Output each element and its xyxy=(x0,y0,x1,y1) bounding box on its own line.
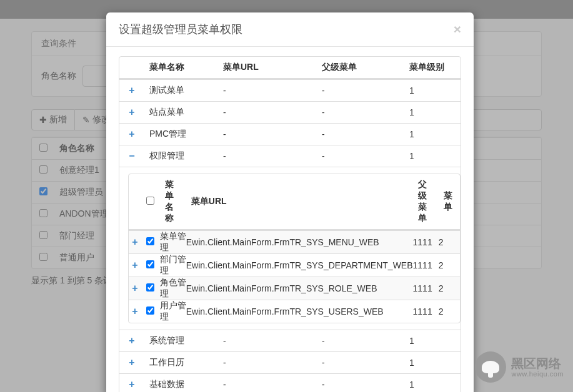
watermark: 黑区网络 www.heiqu.com xyxy=(475,351,564,383)
nested-parent-cell: 1111 xyxy=(413,277,439,300)
nested-container: 菜单名称 菜单URL 父级菜单 菜单 + 菜单管理 Ewin.Client.Ma… xyxy=(119,167,461,330)
nested-row-checkbox[interactable] xyxy=(146,283,154,292)
expand-icon[interactable]: + xyxy=(130,306,140,316)
nested-row-checkbox[interactable] xyxy=(146,306,154,315)
nested-menu-row[interactable]: + 菜单管理 Ewin.Client.MainForm.FrmTR_SYS_ME… xyxy=(129,230,460,253)
nested-name-cell: 用户管理 xyxy=(160,300,186,323)
nested-parent-cell: 1111 xyxy=(413,230,439,253)
expand-icon[interactable]: + xyxy=(127,86,137,96)
menu-row[interactable]: + 站点菜单 - - 1 xyxy=(119,101,461,123)
menu-url-cell: - xyxy=(218,351,317,373)
expand-icon[interactable]: + xyxy=(127,129,137,139)
menu-name-cell: 站点菜单 xyxy=(144,101,218,123)
nested-url-cell: Ewin.Client.MainForm.FrmTR_SYS_MENU_WEB xyxy=(186,230,413,253)
menu-level-cell: 1 xyxy=(404,330,461,351)
menu-name-cell: 测试菜单 xyxy=(144,79,218,101)
nested-name-cell: 部门管理 xyxy=(160,253,186,277)
nested-name-cell: 菜单管理 xyxy=(160,230,186,253)
nested-row-checkbox[interactable] xyxy=(146,237,154,245)
menu-name-cell: 权限管理 xyxy=(144,145,218,167)
nested-menu-row[interactable]: + 用户管理 Ewin.Client.MainForm.FrmTR_SYS_US… xyxy=(129,300,460,323)
nth-level: 菜单 xyxy=(439,174,460,230)
nested-level-cell: 2 xyxy=(439,277,460,300)
collapse-icon[interactable]: − xyxy=(127,151,137,161)
menu-level-cell: 1 xyxy=(404,101,461,123)
permissions-modal: 设置超级管理员菜单权限 × 菜单名称 菜单URL 父级菜单 菜单级别 + 测试菜… xyxy=(106,12,474,392)
nested-level-cell: 2 xyxy=(439,253,460,277)
menu-level-cell: 1 xyxy=(404,123,461,145)
nested-menu-row[interactable]: + 角色管理 Ewin.Client.MainForm.FrmTR_SYS_RO… xyxy=(129,277,460,300)
nested-row-checkbox[interactable] xyxy=(146,260,154,268)
menu-url-cell: - xyxy=(218,330,317,351)
menu-row[interactable]: + PMC管理 - - 1 xyxy=(119,123,461,145)
menu-name-cell: PMC管理 xyxy=(144,123,218,145)
modal-title: 设置超级管理员菜单权限 xyxy=(119,22,242,37)
nested-select-all[interactable] xyxy=(146,197,154,205)
expand-icon[interactable]: + xyxy=(127,358,137,368)
menu-name-cell: 基础数据 xyxy=(144,373,218,392)
menu-parent-cell: - xyxy=(317,145,404,167)
th-menu-level: 菜单级别 xyxy=(404,57,461,79)
nested-menu-row[interactable]: + 部门管理 Ewin.Client.MainForm.FrmTR_SYS_DE… xyxy=(129,253,460,277)
nested-level-cell: 2 xyxy=(439,300,460,323)
watermark-url: www.heiqu.com xyxy=(511,370,564,378)
menu-row[interactable]: − 权限管理 - - 1 xyxy=(119,145,461,167)
nested-url-cell: Ewin.Client.MainForm.FrmTR_SYS_ROLE_WEB xyxy=(186,277,413,300)
menu-row[interactable]: + 工作日历 - - 1 xyxy=(119,351,461,373)
expand-icon[interactable]: + xyxy=(127,380,137,390)
expand-icon[interactable]: + xyxy=(130,237,140,247)
menu-level-cell: 1 xyxy=(404,79,461,101)
th-parent-menu: 父级菜单 xyxy=(317,57,404,79)
menu-parent-cell: - xyxy=(317,373,404,392)
menu-url-cell: - xyxy=(218,101,317,123)
expand-icon[interactable]: + xyxy=(127,107,137,117)
menu-row[interactable]: + 系统管理 - - 1 xyxy=(119,330,461,351)
menu-row[interactable]: + 基础数据 - - 1 xyxy=(119,373,461,392)
th-menu-name: 菜单名称 xyxy=(144,57,218,79)
th-menu-url: 菜单URL xyxy=(218,57,317,79)
nth-url: 菜单URL xyxy=(186,174,413,230)
nested-level-cell: 2 xyxy=(439,230,460,253)
nth-parent: 父级菜单 xyxy=(413,174,439,230)
menu-url-cell: - xyxy=(218,79,317,101)
menu-level-cell: 1 xyxy=(404,351,461,373)
nested-url-cell: Ewin.Client.MainForm.FrmTR_SYS_USERS_WEB xyxy=(186,300,413,323)
expand-icon[interactable]: + xyxy=(130,283,140,293)
nested-url-cell: Ewin.Client.MainForm.FrmTR_SYS_DEPARTMEN… xyxy=(186,253,413,277)
menu-tree-table: 菜单名称 菜单URL 父级菜单 菜单级别 + 测试菜单 - - 1+ 站点菜单 … xyxy=(119,56,461,392)
menu-level-cell: 1 xyxy=(404,373,461,392)
menu-parent-cell: - xyxy=(317,79,404,101)
menu-url-cell: - xyxy=(218,145,317,167)
menu-url-cell: - xyxy=(218,123,317,145)
menu-parent-cell: - xyxy=(317,123,404,145)
expand-icon[interactable]: + xyxy=(130,260,140,270)
menu-url-cell: - xyxy=(218,373,317,392)
nested-menu-table: 菜单名称 菜单URL 父级菜单 菜单 + 菜单管理 Ewin.Client.Ma… xyxy=(128,174,461,323)
nth-name: 菜单名称 xyxy=(160,174,186,230)
menu-parent-cell: - xyxy=(317,101,404,123)
menu-row[interactable]: + 测试菜单 - - 1 xyxy=(119,79,461,101)
nested-name-cell: 角色管理 xyxy=(160,277,186,300)
menu-level-cell: 1 xyxy=(404,145,461,167)
watermark-title: 黑区网络 xyxy=(511,356,564,370)
menu-name-cell: 系统管理 xyxy=(144,330,218,351)
menu-parent-cell: - xyxy=(317,351,404,373)
nested-parent-cell: 1111 xyxy=(413,300,439,323)
nested-parent-cell: 1111 xyxy=(413,253,439,277)
close-icon[interactable]: × xyxy=(454,22,461,37)
menu-name-cell: 工作日历 xyxy=(144,351,218,373)
expand-icon[interactable]: + xyxy=(127,336,137,346)
mushroom-icon xyxy=(475,351,506,383)
menu-parent-cell: - xyxy=(317,330,404,351)
